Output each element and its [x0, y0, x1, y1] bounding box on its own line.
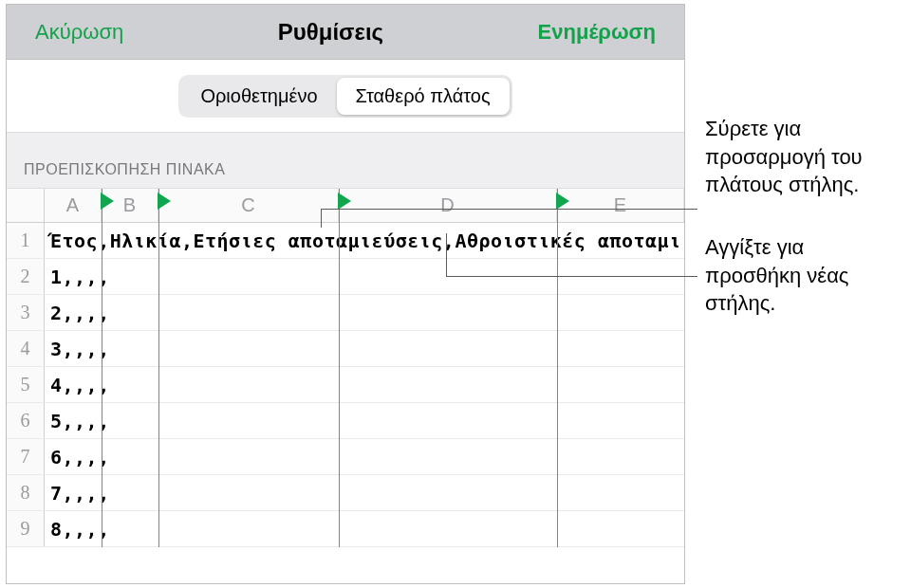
table-row: 9 8,,,,	[7, 511, 684, 547]
table-row: 7 6,,,,	[7, 439, 684, 475]
row-number: 2	[7, 259, 45, 294]
table-preview: A B C D E 1 Έτος,Ηλικία,Ετήσιες αποταμιε…	[7, 189, 684, 547]
row-content[interactable]: Έτος,Ηλικία,Ετήσιες αποταμιεύσεις,Αθροισ…	[45, 223, 684, 258]
column-header-E[interactable]: E	[557, 189, 684, 222]
column-header-B[interactable]: B	[102, 189, 158, 222]
row-number: 8	[7, 475, 45, 510]
callout-tap: Αγγίξτε για προσθήκη νέας στήλης.	[705, 233, 876, 318]
data-rows: 1 Έτος,Ηλικία,Ετήσιες αποταμιεύσεις,Αθρο…	[7, 223, 684, 547]
table-row: 5 4,,,,	[7, 367, 684, 403]
row-content[interactable]: 2,,,,	[45, 295, 684, 330]
column-header-row: A B C D E	[7, 189, 684, 223]
import-settings-panel: Ακύρωση Ρυθμίσεις Ενημέρωση Οριοθετημένο…	[6, 4, 685, 584]
row-number: 4	[7, 331, 45, 366]
layout-segmented-control[interactable]: Οριοθετημένο Σταθερό πλάτος	[178, 75, 511, 118]
row-content[interactable]: 4,,,,	[45, 367, 684, 402]
row-number: 1	[7, 223, 45, 258]
column-header-D[interactable]: D	[339, 189, 557, 222]
update-button[interactable]: Ενημέρωση	[538, 20, 656, 45]
cancel-button[interactable]: Ακύρωση	[35, 20, 123, 45]
row-content[interactable]: 7,,,,	[45, 475, 684, 510]
row-number: 7	[7, 439, 45, 474]
table-row: 1 Έτος,Ηλικία,Ετήσιες αποταμιεύσεις,Αθρο…	[7, 223, 684, 259]
row-number: 6	[7, 403, 45, 438]
callout-leader	[446, 233, 447, 276]
row-number: 3	[7, 295, 45, 330]
column-header-A[interactable]: A	[45, 189, 102, 222]
row-content[interactable]: 5,,,,	[45, 403, 684, 438]
preview-section-label: ΠΡΟΕΠΙΣΚΟΠΗΣΗ ΠΙΝΑΚΑ	[7, 132, 684, 189]
segmented-control-wrap: Οριοθετημένο Σταθερό πλάτος	[7, 60, 684, 132]
title-label: Ρυθμίσεις	[278, 19, 383, 46]
segment-fixed-width[interactable]: Σταθερό πλάτος	[337, 78, 510, 115]
callout-drag: Σύρετε για προσαρμογή του πλάτους στήλης…	[705, 115, 904, 199]
row-number: 9	[7, 511, 45, 546]
table-row: 8 7,,,,	[7, 475, 684, 511]
column-header-C[interactable]: C	[158, 189, 339, 222]
table-row: 4 3,,,,	[7, 331, 684, 367]
callout-leader	[321, 209, 697, 210]
row-content[interactable]: 3,,,,	[45, 331, 684, 366]
row-content[interactable]: 6,,,,	[45, 439, 684, 474]
table-row: 2 1,,,,	[7, 259, 684, 295]
table-row: 3 2,,,,	[7, 295, 684, 331]
row-number: 5	[7, 367, 45, 402]
callout-leader	[321, 209, 322, 228]
title-bar: Ακύρωση Ρυθμίσεις Ενημέρωση	[7, 5, 684, 60]
callout-leader	[446, 276, 697, 277]
row-content[interactable]: 8,,,,	[45, 511, 684, 546]
table-row: 6 5,,,,	[7, 403, 684, 439]
corner-cell	[7, 189, 45, 222]
segment-delimited[interactable]: Οριοθετημένο	[181, 78, 336, 115]
